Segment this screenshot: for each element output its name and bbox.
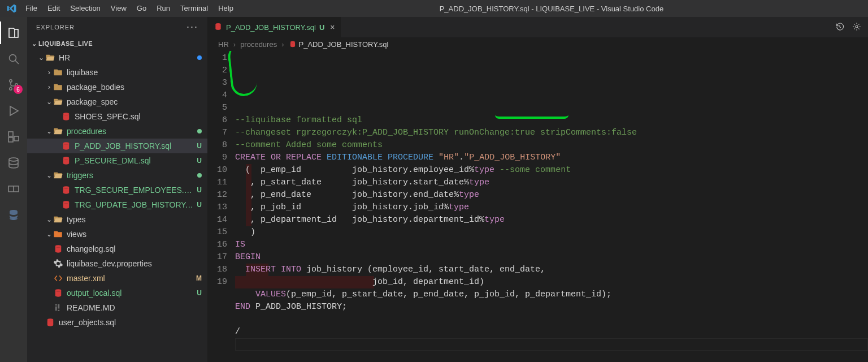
tree-folder[interactable]: ⌄procedures xyxy=(27,124,207,139)
activity-extensions-icon[interactable] xyxy=(0,126,27,148)
sidebar-section[interactable]: ⌄ LIQUIBASE_LIVE xyxy=(27,37,207,50)
code-line[interactable] xyxy=(235,313,868,326)
database-file-icon xyxy=(61,141,71,151)
breadcrumbs[interactable]: HR › procedures › P_ADD_JOB_HISTORY.sql xyxy=(208,37,868,51)
code-line[interactable]: INSERT INTO job_history (employee_id, st… xyxy=(235,264,868,276)
code-line[interactable]: --liquibase formatted sql xyxy=(235,114,868,127)
menu-item-view[interactable]: View xyxy=(106,4,132,12)
tree-item-label: TRG_SECURE_EMPLOYEES.sql xyxy=(75,186,193,195)
svg-rect-18 xyxy=(58,310,59,311)
code-line[interactable]: IS xyxy=(235,239,868,251)
breadcrumb-item[interactable]: procedures xyxy=(240,40,277,49)
tree-item-label: user_objects.sql xyxy=(59,318,202,327)
menu-item-run[interactable]: Run xyxy=(151,4,175,12)
menu-item-help[interactable]: Help xyxy=(213,4,238,12)
svg-point-12 xyxy=(63,201,70,204)
folder-icon xyxy=(53,82,63,92)
database-file-icon xyxy=(289,40,297,48)
code-line[interactable]: / xyxy=(235,326,868,338)
tab-status: U xyxy=(319,23,324,32)
database-file-icon xyxy=(61,156,71,166)
database-file-icon xyxy=(214,22,223,33)
svg-point-1 xyxy=(10,80,12,82)
tree-folder[interactable]: ›package_bodies xyxy=(27,80,207,94)
activity-database-icon[interactable] xyxy=(0,152,27,174)
svg-point-20 xyxy=(215,23,220,25)
svg-point-13 xyxy=(55,245,62,248)
menu-item-edit[interactable]: Edit xyxy=(42,4,65,12)
activity-search-icon[interactable] xyxy=(0,48,27,70)
tree-file[interactable]: output_local.sqlU xyxy=(27,286,207,300)
code-line[interactable]: BEGIN xyxy=(235,251,868,264)
menu-item-file[interactable]: File xyxy=(20,4,42,12)
code-line[interactable]: --changeset rgrzegorczyk:P_ADD_JOB_HISTO… xyxy=(235,127,868,139)
chevron-icon: ⌄ xyxy=(45,216,53,223)
code-line[interactable]: END P_ADD_JOB_HISTORY; xyxy=(235,301,868,313)
code-line[interactable]: --comment Added some comments xyxy=(235,139,868,152)
code-content[interactable]: --liquibase formatted sql--changeset rgr… xyxy=(235,52,868,362)
activity-explorer-icon[interactable] xyxy=(0,21,27,44)
code-line[interactable]: ( p_emp_id job_history.employee_id%type … xyxy=(235,164,868,176)
titlebar: FileEditSelectionViewGoRunTerminalHelp P… xyxy=(0,0,868,17)
tree-item-label: liquibase xyxy=(67,68,202,77)
tree-file[interactable]: changelog.sql xyxy=(27,242,207,256)
menu-item-go[interactable]: Go xyxy=(132,4,151,12)
tree-file[interactable]: TRG_UPDATE_JOB_HISTORY.sqlU xyxy=(27,197,207,212)
code-line[interactable]: VALUES(p_emp_id, p_start_date, p_end_dat… xyxy=(235,288,868,301)
tree-folder[interactable]: ⌄types xyxy=(27,212,207,227)
tree-file[interactable]: SHOES_SPEC.sql xyxy=(27,109,207,124)
code-line[interactable]: , p_start_date job_history.start_date%ty… xyxy=(235,176,868,189)
code-editor[interactable]: 12345678910111213141516171819 --liquibas… xyxy=(208,51,868,362)
code-line[interactable]: ) xyxy=(235,226,868,239)
editor-history-icon[interactable] xyxy=(835,22,844,33)
sidebar-header: EXPLORER ··· xyxy=(27,17,207,37)
tree-folder[interactable]: ⌄triggers xyxy=(27,168,207,183)
tree-file[interactable]: P_SECURE_DML.sqlU xyxy=(27,153,207,168)
sidebar: EXPLORER ··· ⌄ LIQUIBASE_LIVE ⌄HR›liquib… xyxy=(27,17,208,362)
svg-rect-15 xyxy=(55,307,57,311)
tree-folder[interactable]: ⌄views xyxy=(27,227,207,242)
svg-rect-17 xyxy=(58,304,59,309)
activity-remote-icon[interactable] xyxy=(0,178,27,200)
activity-debug-icon[interactable] xyxy=(0,100,27,122)
tree-item-label: TRG_UPDATE_JOB_HISTORY.sql xyxy=(75,200,193,209)
folder-open-icon xyxy=(45,53,55,63)
tree-item-label: SHOES_SPEC.sql xyxy=(75,112,202,121)
svg-point-2 xyxy=(10,88,12,90)
scm-status-badge: U xyxy=(197,289,202,297)
scm-status-badge: M xyxy=(196,274,202,282)
code-line[interactable]: , p_job_id job_history.job_id%type xyxy=(235,201,868,214)
tree-file[interactable]: master.xmlM xyxy=(27,271,207,286)
tree-file[interactable]: README.MD xyxy=(27,300,207,315)
svg-point-9 xyxy=(63,142,70,145)
tree-file[interactable]: P_ADD_JOB_HISTORY.sqlU xyxy=(27,139,207,153)
tree-item-label: triggers xyxy=(67,171,197,180)
activity-liquibase-icon[interactable] xyxy=(0,204,27,226)
svg-point-11 xyxy=(63,186,70,189)
code-line[interactable]: job_id, department_id) xyxy=(235,276,868,288)
tree-folder[interactable]: ⌄package_spec xyxy=(27,94,207,109)
editor-tab[interactable]: P_ADD_JOB_HISTORY.sql U × xyxy=(208,17,341,37)
breadcrumb-item[interactable]: HR xyxy=(218,40,229,49)
folder-views-icon xyxy=(53,229,63,239)
tab-close-icon[interactable]: × xyxy=(330,23,335,32)
file-tree: ⌄HR›liquibase›package_bodies⌄package_spe… xyxy=(27,50,207,362)
tree-file[interactable]: liquibase_dev.properties xyxy=(27,256,207,271)
tree-file[interactable]: TRG_SECURE_EMPLOYEES.sqlU xyxy=(27,183,207,197)
activity-scm-icon[interactable]: 6 xyxy=(0,74,27,96)
tree-folder[interactable]: ⌄HR xyxy=(27,50,207,65)
editor-settings-icon[interactable] xyxy=(852,22,861,33)
code-line[interactable] xyxy=(235,338,868,351)
menu-item-selection[interactable]: Selection xyxy=(65,4,105,12)
breadcrumb-item[interactable]: P_ADD_JOB_HISTORY.sql xyxy=(299,40,389,49)
menu-item-terminal[interactable]: Terminal xyxy=(175,4,213,12)
code-line[interactable]: CREATE OR REPLACE EDITIONABLE PROCEDURE … xyxy=(235,152,868,164)
tree-file[interactable]: user_objects.sql xyxy=(27,315,207,330)
code-line[interactable]: , p_department_id job_history.department… xyxy=(235,214,868,226)
activity-bar: 6 xyxy=(0,17,27,362)
code-line[interactable]: , p_end_date job_history.end_date%type xyxy=(235,189,868,201)
tab-label: P_ADD_JOB_HISTORY.sql xyxy=(226,23,316,32)
tree-folder[interactable]: ›liquibase xyxy=(27,65,207,80)
sidebar-more-icon[interactable]: ··· xyxy=(186,21,198,33)
svg-point-19 xyxy=(47,318,54,321)
